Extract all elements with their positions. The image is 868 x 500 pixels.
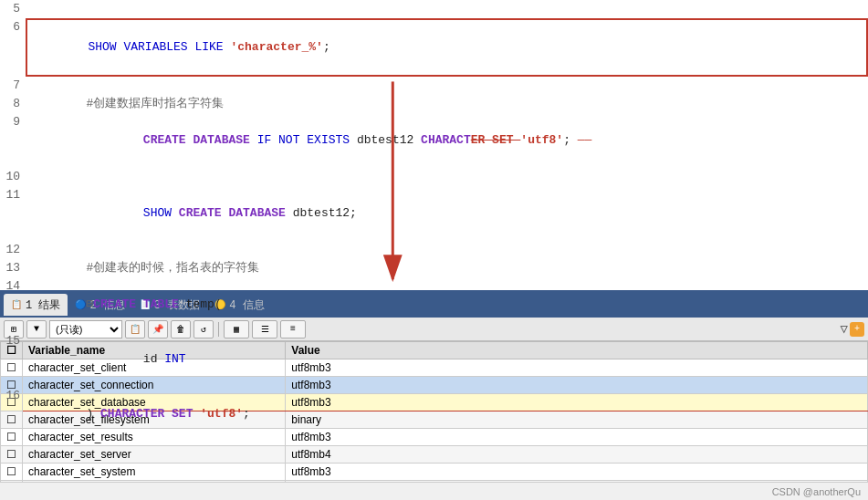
code-line-8: 8 #创建数据库时指名字符集 — [0, 95, 868, 113]
kw-create-14: CREATE — [93, 297, 143, 311]
watermark-text: CSDN @anotherQu — [772, 486, 861, 497]
kw-database-11: DATABASE — [228, 206, 292, 220]
dbname-9: dbtest12 — [357, 133, 421, 147]
code-line-7: 7 — [0, 77, 868, 95]
row-checkbox[interactable]: ☐ — [1, 446, 23, 464]
main-container: 5 6 SHOW VARIABLES LIKE 'character_%'; 7… — [0, 0, 868, 500]
code-line-12: 12 — [0, 241, 868, 259]
kw-database-9: DATABASE — [193, 133, 256, 147]
row-value: utf8mb3 — [286, 464, 868, 481]
code-line-11: 11 SHOW CREATE DATABASE dbtest12; — [0, 186, 868, 241]
semicolon-9: ; — [563, 133, 570, 147]
line-content-13: #创建表的时候，指名表的字符集 — [26, 259, 868, 277]
row-variable-name: character_set_system — [23, 464, 286, 481]
code-line-6: 6 SHOW VARIABLES LIKE 'character_%'; — [0, 18, 868, 77]
code-line-16: 16 ) CHARACTER SET 'utf8'; — [0, 387, 868, 442]
line-num-14: 14 — [0, 277, 26, 296]
line-content-15: id INT — [26, 332, 868, 387]
dash-9: —— — [570, 133, 591, 147]
str-utf8-9: 'utf8' — [520, 133, 563, 147]
code-line-10: 10 — [0, 168, 868, 186]
dbname-11: dbtest12; — [293, 206, 357, 220]
kw-character-16: CHARACTER — [100, 407, 172, 421]
code-line-5: 5 — [0, 0, 868, 18]
line-num-10: 10 — [0, 168, 26, 186]
table-row[interactable]: ☐character_set_systemutf8mb3 — [1, 464, 868, 481]
line-content-6: SHOW VARIABLES LIKE 'character_%'; — [26, 18, 868, 77]
code-line-14: 14 ⊟CREATE TABLE temp( — [0, 277, 868, 332]
table-row[interactable]: ☐character_set_serverutf8mb4 — [1, 446, 868, 464]
line-num-12: 12 — [0, 241, 26, 259]
line-num-9: 9 — [0, 113, 26, 131]
tablename-14: temp( — [186, 297, 222, 311]
kw-set-16: SET — [172, 407, 200, 421]
kw-int: INT — [164, 352, 185, 366]
line-num-5: 5 — [0, 0, 26, 18]
code-line-9: 9 CREATE DATABASE IF NOT EXISTS dbtest12… — [0, 113, 868, 168]
kw-table-14: TABLE — [143, 297, 186, 311]
kw-not-9: NOT — [278, 133, 307, 147]
kw-show: SHOW — [88, 40, 123, 54]
line-num-8: 8 — [0, 95, 26, 113]
kw-char-9: CHARACTER SET — [421, 133, 520, 147]
line-num-16: 16 — [0, 387, 26, 405]
line-num-7: 7 — [0, 77, 26, 95]
semicolon-16: ; — [243, 407, 250, 421]
code-line-13: 13 #创建表的时候，指名表的字符集 — [0, 259, 868, 277]
bottom-bar: CSDN @anotherQu — [0, 482, 868, 500]
kw-variables: VARIABLES — [123, 40, 194, 54]
kw-like: LIKE — [194, 40, 230, 54]
kw-create-11: CREATE — [179, 206, 229, 220]
field-id: id — [86, 352, 164, 366]
row-checkbox[interactable]: ☐ — [1, 464, 23, 481]
str-utf8-16: 'utf8' — [200, 407, 243, 421]
code-line-15: 15 id INT — [0, 332, 868, 387]
line-content-8: #创建数据库时指名字符集 — [26, 95, 868, 113]
line-content-11: SHOW CREATE DATABASE dbtest12; — [26, 186, 868, 241]
line-content-14: ⊟CREATE TABLE temp( — [26, 277, 868, 332]
line-num-13: 13 — [0, 259, 26, 277]
semicolon-6: ; — [323, 40, 330, 54]
closing-paren: ) — [86, 407, 100, 421]
code-editor: 5 6 SHOW VARIABLES LIKE 'character_%'; 7… — [0, 0, 868, 292]
line-num-15: 15 — [0, 332, 26, 350]
kw-if-9: IF — [257, 133, 278, 147]
line-num-6: 6 — [0, 18, 26, 36]
kw-show-11: SHOW — [86, 206, 178, 220]
kw-create-9: CREATE — [86, 133, 193, 147]
row-variable-name: character_set_server — [23, 446, 286, 464]
line-num-11: 11 — [0, 186, 26, 204]
line-content-9: CREATE DATABASE IF NOT EXISTS dbtest12 C… — [26, 113, 868, 168]
line-content-16: ) CHARACTER SET 'utf8'; — [26, 387, 868, 442]
kw-exists-9: EXISTS — [307, 133, 357, 147]
row-value: utf8mb4 — [286, 446, 868, 464]
str-character: 'character_%' — [230, 40, 322, 54]
